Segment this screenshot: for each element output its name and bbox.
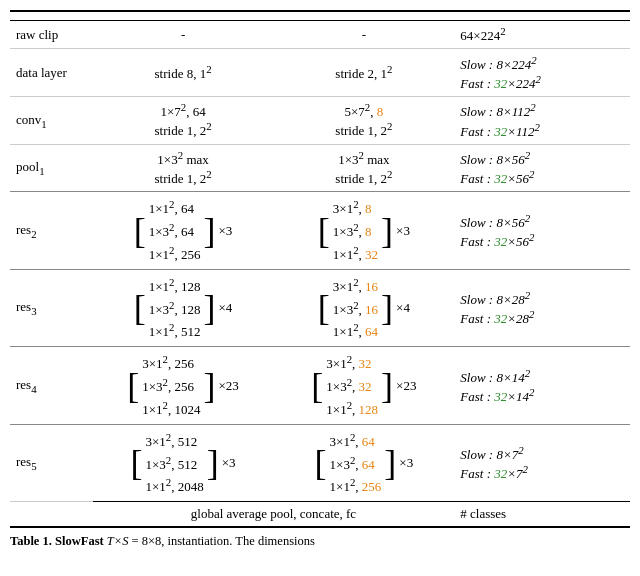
fast-cell: [3×12, 81×32, 81×12, 32] ×3 bbox=[273, 192, 454, 269]
stage-cell: res5 bbox=[10, 424, 93, 501]
table-row: res4[3×12, 2561×32, 2561×12, 1024] ×23[3… bbox=[10, 347, 630, 424]
slow-cell: stride 8, 12 bbox=[93, 49, 274, 97]
stage-cell: pool1 bbox=[10, 144, 93, 192]
table-row: global average pool, concate, fc# classe… bbox=[10, 502, 630, 528]
fast-cell: stride 2, 12 bbox=[273, 49, 454, 97]
stage-cell: res2 bbox=[10, 192, 93, 269]
footer-content: global average pool, concate, fc bbox=[93, 502, 455, 528]
col-header-slow bbox=[93, 11, 274, 21]
architecture-table: raw clip--64×2242data layerstride 8, 12s… bbox=[10, 10, 630, 528]
slow-cell: [3×12, 5121×32, 5121×12, 2048] ×3 bbox=[93, 424, 274, 501]
stage-cell: data layer bbox=[10, 49, 93, 97]
table-container: raw clip--64×2242data layerstride 8, 12s… bbox=[10, 10, 630, 528]
slow-cell: 1×72, 64stride 1, 22 bbox=[93, 96, 274, 144]
stage-cell bbox=[10, 502, 93, 528]
output-cell: 64×2242 bbox=[454, 21, 630, 49]
output-cell: Slow : 8×2242Fast : 32×2242 bbox=[454, 49, 630, 97]
output-cell: Slow : 8×142Fast : 32×142 bbox=[454, 347, 630, 424]
col-header-output bbox=[454, 11, 630, 21]
output-cell: Slow : 8×282Fast : 32×282 bbox=[454, 269, 630, 346]
output-cell: Slow : 8×1122Fast : 32×1122 bbox=[454, 96, 630, 144]
table-row: res3[1×12, 1281×32, 1281×12, 512] ×4[3×1… bbox=[10, 269, 630, 346]
fast-cell: [3×12, 161×32, 161×12, 64] ×4 bbox=[273, 269, 454, 346]
fast-cell: [3×12, 641×32, 641×12, 256] ×3 bbox=[273, 424, 454, 501]
stage-cell: conv1 bbox=[10, 96, 93, 144]
stage-cell: raw clip bbox=[10, 21, 93, 49]
stage-cell: res4 bbox=[10, 347, 93, 424]
table-row: res5[3×12, 5121×32, 5121×12, 2048] ×3[3×… bbox=[10, 424, 630, 501]
table-row: raw clip--64×2242 bbox=[10, 21, 630, 49]
stage-cell: res3 bbox=[10, 269, 93, 346]
output-cell: Slow : 8×562Fast : 32×562 bbox=[454, 192, 630, 269]
table-row: pool11×32 maxstride 1, 221×32 maxstride … bbox=[10, 144, 630, 192]
table-caption: Table 1. SlowFast T×S = 8×8, instantiati… bbox=[10, 534, 630, 549]
fast-cell: - bbox=[273, 21, 454, 49]
slow-cell: 1×32 maxstride 1, 22 bbox=[93, 144, 274, 192]
output-cell: Slow : 8×562Fast : 32×562 bbox=[454, 144, 630, 192]
slow-cell: [1×12, 1281×32, 1281×12, 512] ×4 bbox=[93, 269, 274, 346]
footer-output: # classes bbox=[454, 502, 630, 528]
col-header-fast bbox=[273, 11, 454, 21]
fast-cell: [3×12, 321×32, 321×12, 128] ×23 bbox=[273, 347, 454, 424]
slow-cell: [3×12, 2561×32, 2561×12, 1024] ×23 bbox=[93, 347, 274, 424]
slow-cell: [1×12, 641×32, 641×12, 256] ×3 bbox=[93, 192, 274, 269]
slow-cell: - bbox=[93, 21, 274, 49]
fast-cell: 1×32 maxstride 1, 22 bbox=[273, 144, 454, 192]
output-cell: Slow : 8×72Fast : 32×72 bbox=[454, 424, 630, 501]
fast-cell: 5×72, 8stride 1, 22 bbox=[273, 96, 454, 144]
table-header bbox=[10, 11, 630, 21]
table-row: data layerstride 8, 12stride 2, 12Slow :… bbox=[10, 49, 630, 97]
col-header-stage bbox=[10, 11, 93, 21]
table-row: conv11×72, 64stride 1, 225×72, 8stride 1… bbox=[10, 96, 630, 144]
table-row: res2[1×12, 641×32, 641×12, 256] ×3[3×12,… bbox=[10, 192, 630, 269]
